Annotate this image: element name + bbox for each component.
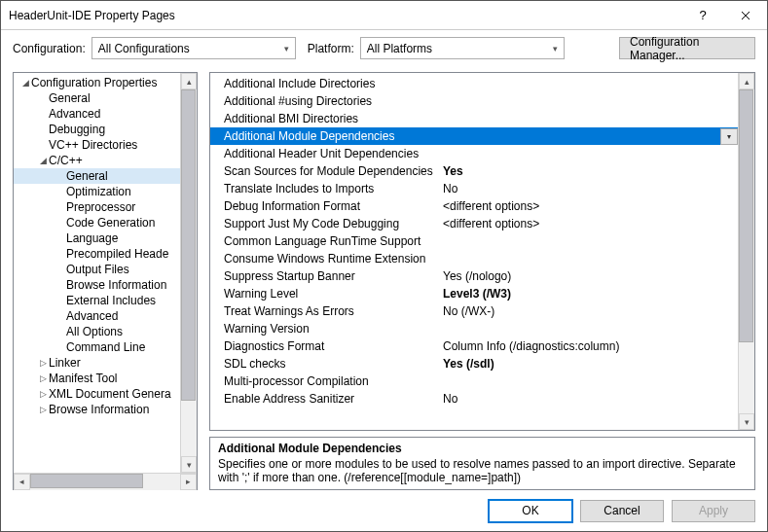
tree-item[interactable]: Language bbox=[14, 231, 180, 246]
help-button[interactable]: ? bbox=[681, 1, 724, 29]
property-row[interactable]: Multi-processor Compilation bbox=[210, 372, 738, 390]
property-row[interactable]: Additional #using Directories bbox=[210, 92, 738, 110]
property-row[interactable]: Translate Includes to ImportsNo bbox=[210, 180, 738, 197]
property-row[interactable]: Consume Windows Runtime Extension bbox=[210, 250, 738, 267]
tree-item[interactable]: Output Files bbox=[14, 262, 180, 277]
tree-vertical-scrollbar[interactable]: ▴ ▾ bbox=[180, 73, 197, 473]
tree-item[interactable]: Browse Information bbox=[14, 277, 180, 293]
grid-vertical-scrollbar[interactable]: ▴ ▾ bbox=[738, 73, 754, 430]
property-name: Suppress Startup Banner bbox=[224, 269, 443, 283]
tree-item[interactable]: General bbox=[14, 168, 180, 184]
tree-horizontal-scrollbar[interactable]: ◂ ▸ bbox=[14, 473, 197, 489]
tree-item[interactable]: Preprocessor bbox=[14, 199, 180, 215]
tree-item[interactable]: All Options bbox=[14, 324, 180, 339]
window-title: HeaderUnit-IDE Property Pages bbox=[9, 9, 681, 22]
property-row[interactable]: Diagnostics FormatColumn Info (/diagnost… bbox=[210, 337, 738, 355]
grid-scrollbar-thumb[interactable] bbox=[739, 89, 753, 342]
expander-open-icon[interactable]: ◢ bbox=[37, 156, 49, 165]
tree-item-label: Debugging bbox=[49, 123, 105, 136]
property-row[interactable]: Common Language RunTime Support bbox=[210, 232, 738, 250]
configuration-combo[interactable]: All Configurations ▾ bbox=[91, 37, 296, 59]
property-row[interactable]: SDL checksYes (/sdl) bbox=[210, 355, 738, 372]
scroll-down-arrow-icon[interactable]: ▾ bbox=[739, 413, 754, 430]
platform-combo[interactable]: All Platforms ▾ bbox=[360, 37, 565, 59]
property-value[interactable]: Yes (/sdl) bbox=[443, 357, 738, 371]
tree-item[interactable]: ◢C/C++ bbox=[14, 153, 180, 168]
property-row[interactable]: Scan Sources for Module DependenciesYes bbox=[210, 162, 738, 180]
tree-item-label: XML Document Genera bbox=[49, 387, 171, 401]
configuration-manager-button[interactable]: Configuration Manager... bbox=[619, 37, 755, 59]
nav-tree[interactable]: ◢Configuration PropertiesGeneralAdvanced… bbox=[14, 73, 180, 473]
property-row[interactable]: Warning Version bbox=[210, 320, 738, 337]
tree-item[interactable]: Precompiled Heade bbox=[14, 246, 180, 262]
tree-item-label: Browse Information bbox=[49, 403, 149, 416]
property-value[interactable]: No bbox=[443, 392, 738, 406]
property-name: Warning Level bbox=[224, 287, 443, 301]
property-row[interactable]: Additional Header Unit Dependencies bbox=[210, 145, 738, 162]
scroll-down-arrow-icon[interactable]: ▾ bbox=[181, 456, 197, 473]
description-text: Specifies one or more modules to be used… bbox=[218, 457, 747, 484]
property-row[interactable]: Debug Information Format<different optio… bbox=[210, 197, 738, 215]
description-heading: Additional Module Dependencies bbox=[218, 442, 747, 455]
tree-item[interactable]: ▷XML Document Genera bbox=[14, 386, 180, 402]
scroll-up-arrow-icon[interactable]: ▴ bbox=[739, 73, 754, 89]
property-row[interactable]: Treat Warnings As ErrorsNo (/WX-) bbox=[210, 302, 738, 320]
property-row[interactable]: Additional Include Directories bbox=[210, 75, 738, 92]
property-dropdown-button[interactable]: ▾ bbox=[720, 128, 738, 145]
tree-item[interactable]: ▷Linker bbox=[14, 355, 180, 371]
property-name: Consume Windows Runtime Extension bbox=[224, 252, 443, 266]
tree-item-label: Code Generation bbox=[66, 216, 155, 230]
tree-item[interactable]: ▷Browse Information bbox=[14, 402, 180, 417]
property-name: Enable Address Sanitizer bbox=[224, 392, 443, 406]
property-grid[interactable]: Additional Include DirectoriesAdditional… bbox=[210, 73, 738, 430]
scroll-left-arrow-icon[interactable]: ◂ bbox=[14, 474, 30, 490]
tree-item[interactable]: Advanced bbox=[14, 308, 180, 324]
property-value[interactable]: <different options> bbox=[443, 217, 738, 231]
tree-item[interactable]: Optimization bbox=[14, 184, 180, 199]
property-row[interactable]: Suppress Startup BannerYes (/nologo) bbox=[210, 267, 738, 285]
expander-closed-icon[interactable]: ▷ bbox=[37, 373, 49, 383]
ok-button[interactable]: OK bbox=[489, 500, 572, 522]
tree-hscrollbar-thumb[interactable] bbox=[30, 474, 143, 488]
scroll-up-arrow-icon[interactable]: ▴ bbox=[181, 73, 197, 89]
property-row[interactable]: Support Just My Code Debugging<different… bbox=[210, 215, 738, 232]
cancel-button[interactable]: Cancel bbox=[580, 500, 664, 522]
property-row[interactable]: Enable Address SanitizerNo bbox=[210, 390, 738, 408]
tree-item[interactable]: General bbox=[14, 90, 180, 106]
tree-item[interactable]: VC++ Directories bbox=[14, 137, 180, 153]
property-value[interactable]: Yes bbox=[443, 164, 738, 178]
tree-item[interactable]: Debugging bbox=[14, 122, 180, 137]
close-button[interactable] bbox=[724, 1, 767, 29]
property-name: Translate Includes to Imports bbox=[224, 182, 443, 195]
property-value[interactable]: No (/WX-) bbox=[443, 304, 738, 318]
property-row[interactable]: Additional Module Dependencies▾ bbox=[210, 127, 738, 145]
property-name: Additional BMI Directories bbox=[224, 112, 443, 125]
property-value[interactable]: Column Info (/diagnostics:column) bbox=[443, 339, 738, 353]
property-value[interactable]: Yes (/nologo) bbox=[443, 269, 738, 283]
property-value[interactable]: <different options> bbox=[443, 199, 738, 213]
tree-item[interactable]: ◢Configuration Properties bbox=[14, 75, 180, 90]
tree-item[interactable]: Command Line bbox=[14, 339, 180, 355]
tree-item-label: Language bbox=[66, 231, 118, 245]
tree-item[interactable]: Code Generation bbox=[14, 215, 180, 231]
tree-item-label: Output Files bbox=[66, 263, 129, 276]
property-value[interactable]: No bbox=[443, 182, 738, 195]
tree-item[interactable]: External Includes bbox=[14, 293, 180, 308]
property-value[interactable]: Level3 (/W3) bbox=[443, 287, 738, 301]
scroll-right-arrow-icon[interactable]: ▸ bbox=[180, 474, 197, 490]
property-row[interactable]: Additional BMI Directories bbox=[210, 110, 738, 127]
property-name: Debug Information Format bbox=[224, 199, 443, 213]
expander-closed-icon[interactable]: ▷ bbox=[37, 389, 49, 399]
tree-item-label: Configuration Properties bbox=[31, 76, 157, 89]
expander-closed-icon[interactable]: ▷ bbox=[37, 358, 49, 368]
apply-button[interactable]: Apply bbox=[672, 500, 755, 522]
tree-item-label: General bbox=[49, 91, 91, 105]
expander-open-icon[interactable]: ◢ bbox=[19, 78, 31, 88]
expander-closed-icon[interactable]: ▷ bbox=[37, 405, 49, 414]
tree-item[interactable]: ▷Manifest Tool bbox=[14, 371, 180, 386]
tree-scrollbar-thumb[interactable] bbox=[181, 89, 196, 401]
tree-item[interactable]: Advanced bbox=[14, 106, 180, 122]
tree-item-label: VC++ Directories bbox=[49, 138, 137, 152]
tree-item-label: Precompiled Heade bbox=[66, 247, 168, 261]
property-row[interactable]: Warning LevelLevel3 (/W3) bbox=[210, 285, 738, 302]
